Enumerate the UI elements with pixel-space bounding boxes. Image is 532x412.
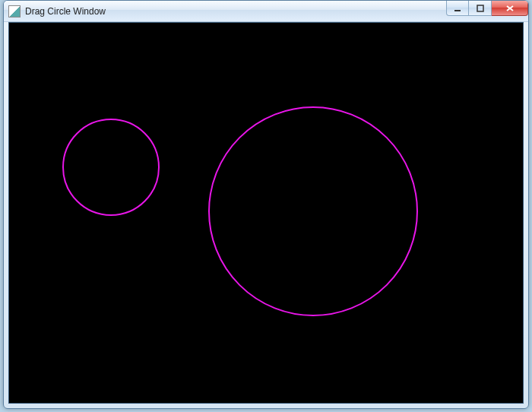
maximize-button[interactable] [469,1,492,16]
window-title: Drag Circle Window [25,6,446,17]
close-button[interactable] [492,1,528,16]
maximize-icon [477,5,484,12]
window-controls [446,1,528,21]
application-window: Drag Circle Window [3,0,529,409]
draggable-circle[interactable] [62,119,160,216]
minimize-icon [454,5,461,12]
svg-rect-1 [477,5,483,11]
minimize-button[interactable] [446,1,469,16]
titlebar[interactable]: Drag Circle Window [4,1,528,22]
draggable-circle[interactable] [208,106,418,316]
app-icon [8,5,21,17]
canvas-area[interactable] [8,22,524,404]
svg-rect-0 [454,10,461,11]
close-icon [505,5,515,12]
